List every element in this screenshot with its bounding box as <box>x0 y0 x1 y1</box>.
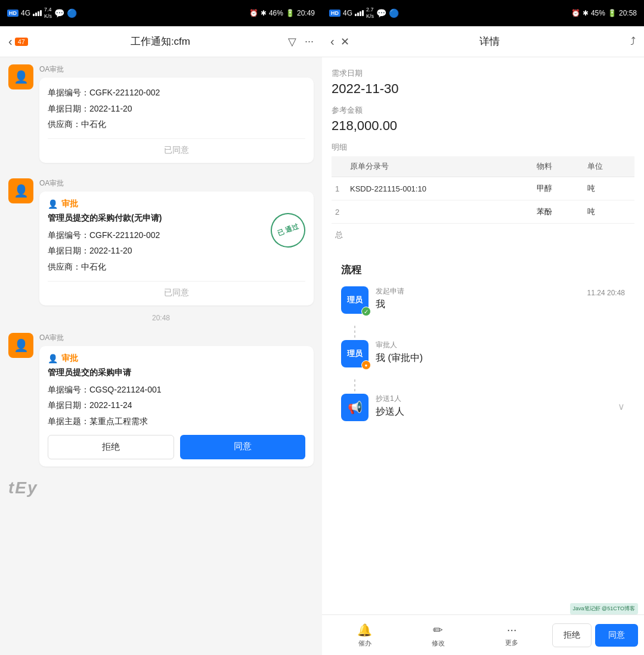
process-title: 流程 <box>341 263 625 277</box>
right-hd-badge: HD <box>329 10 340 17</box>
right-signal-bars <box>355 10 364 16</box>
step-avatar-wrap-1: 理员 ✓ <box>341 286 369 314</box>
remind-action[interactable]: 🔔 催办 <box>328 623 401 648</box>
step-time-1: 11.24 20:48 <box>587 286 625 297</box>
step-action-3: 抄送1人 <box>376 394 611 404</box>
th-material: 物料 <box>533 156 584 177</box>
detail-close-button[interactable]: ✕ <box>340 35 349 48</box>
reject-button-3[interactable]: 拒绝 <box>48 435 174 459</box>
detail-share-button[interactable]: ⤴ <box>630 35 636 48</box>
card-headline-3: 管理员提交的采购申请 <box>48 367 305 378</box>
approved-text-2: 已同意 <box>164 288 189 297</box>
step-name-3: 抄送人 <box>376 406 611 418</box>
detail-content: 需求日期 2022-11-30 参考金额 218,000.00 明细 原单分录号… <box>322 57 644 614</box>
message-group-3: 👤 OA审批 👤 审批 管理员提交的采购申请 单据编号：CGSQ-221124-… <box>0 326 322 467</box>
card-headline-2: 管理员提交的采购付款(无申请) <box>48 213 305 224</box>
detail-table: 原单分录号 物料 单位 1 KSDD-221115-001:10 甲醇 吨 2 … <box>332 156 634 246</box>
chat-content: 👤 OA审批 单据编号：CGFK-221120-002 单据日期：2022-11… <box>0 57 322 655</box>
field-3-1: 单据编号：CGSQ-221124-001 <box>48 382 305 398</box>
right-alarm-icon: ⏰ <box>571 9 580 17</box>
demand-date-label: 需求日期 <box>332 68 634 79</box>
card-1: 单据编号：CGFK-221120-002 单据日期：2022-11-20 供应商… <box>39 78 314 163</box>
row-entry-2 <box>346 200 533 224</box>
row-entry-1: KSDD-221115-001:10 <box>346 177 533 200</box>
approved-text-1: 已同意 <box>164 145 189 155</box>
notification-badge: 47 <box>15 38 28 46</box>
right-status-right: ⏰ ✱ 45% 🔋 20:58 <box>571 9 637 17</box>
row-num-1: 1 <box>332 177 346 200</box>
field-3-3: 单据主题：某重点工程需求 <box>48 413 305 430</box>
bottom-reject-button[interactable]: 拒绝 <box>552 623 592 647</box>
process-step-1: 理员 ✓ 发起申请 我 11.24 20:48 <box>341 286 625 314</box>
step-avatar-3: 📢 <box>341 394 369 421</box>
table-header-row: 原单分录号 物料 单位 <box>332 156 634 177</box>
filter-icon[interactable]: ▽ <box>288 35 296 48</box>
card-icon-2: 👤 <box>48 199 58 209</box>
status-right: ⏰ ✱ 46% 🔋 20:49 <box>249 9 315 17</box>
field-1-3: 供应商：中石化 <box>48 116 305 132</box>
right-speed-text: 2.7 K/s <box>366 7 374 20</box>
signal-bars <box>33 10 42 16</box>
msg-content-3: OA审批 👤 审批 管理员提交的采购申请 单据编号：CGSQ-221124-00… <box>39 333 314 467</box>
bottom-approve-button[interactable]: 同意 <box>595 624 638 647</box>
step-action-2: 审批人 <box>376 340 625 350</box>
edit-action[interactable]: ✏ 修改 <box>401 623 475 648</box>
row-total-unit <box>584 224 634 247</box>
step-info-2: 审批人 我 (审批中) <box>376 340 625 364</box>
detail-nav: ‹ ✕ 详情 ⤴ <box>322 26 644 57</box>
alarm-icon: ⏰ <box>249 9 258 17</box>
sender-label-2: OA审批 <box>39 178 314 189</box>
status-left: HD 4G 7.4 K/s 💬 🔵 <box>7 7 77 20</box>
more-icon[interactable]: ··· <box>305 35 314 48</box>
divider-2 <box>48 281 305 282</box>
connector-2 <box>354 379 355 391</box>
row-total-label: 总 <box>332 224 346 247</box>
battery-icon: 🔋 <box>286 9 295 17</box>
card-title-3: 审批 <box>61 353 78 364</box>
row-material-1: 甲醇 <box>533 177 584 200</box>
connector-1 <box>354 326 355 338</box>
left-nav-bar: ‹ 47 工作通知:cfm ▽ ··· <box>0 26 322 57</box>
card-icon-3: 👤 <box>48 354 58 363</box>
th-unit: 单位 <box>584 156 634 177</box>
row-total-entry <box>346 224 533 247</box>
th-entry: 原单分录号 <box>346 156 533 177</box>
collapse-button-3[interactable]: ∨ <box>618 401 625 412</box>
message-group-1: 👤 OA审批 单据编号：CGFK-221120-002 单据日期：2022-11… <box>0 57 322 163</box>
msg-content-2: OA审批 👤 审批 管理员提交的采购付款(无申请) 单据编号：CGFK-2211… <box>39 178 314 305</box>
sender-label-3: OA审批 <box>39 333 314 343</box>
divider-1 <box>48 138 305 139</box>
4g-icon: 4G <box>21 9 30 17</box>
card-actions-3: 拒绝 同意 <box>48 435 305 459</box>
approval-stamp-2: 已 通过 <box>271 213 305 248</box>
page-title: 工作通知:cfm <box>33 35 288 48</box>
right-bt-icon: ✱ <box>583 9 589 17</box>
left-status-bar: HD 4G 7.4 K/s 💬 🔵 ⏰ ✱ 46% 🔋 20:49 <box>0 0 322 26</box>
avatar-icon-1: 👤 <box>14 70 29 84</box>
table-label: 明细 <box>332 142 634 153</box>
approve-button-3[interactable]: 同意 <box>180 435 305 459</box>
field-1-2: 单据日期：2022-11-20 <box>48 101 305 117</box>
row-unit-1: 吨 <box>584 177 634 200</box>
edit-label: 修改 <box>432 639 445 648</box>
avatar-icon-3: 👤 <box>14 338 29 353</box>
more-label: 更多 <box>505 638 518 647</box>
row-unit-2: 吨 <box>584 200 634 224</box>
back-button[interactable]: ‹ <box>8 35 13 48</box>
row-num-2: 2 <box>332 200 346 224</box>
wechat-icon: 💬 <box>54 8 64 18</box>
remind-label: 催办 <box>358 639 371 648</box>
speed-text: 7.4 K/s <box>44 7 52 20</box>
avatar-1: 👤 <box>8 64 33 89</box>
demand-date-value: 2022-11-30 <box>332 81 634 97</box>
detail-back-button[interactable]: ‹ <box>330 35 335 48</box>
step-badge-2: ● <box>361 360 371 370</box>
more-action[interactable]: ··· 更多 <box>475 623 549 647</box>
remind-icon: 🔔 <box>357 623 372 637</box>
process-step-2: 理员 ● 审批人 我 (审批中) <box>341 340 625 367</box>
qq-icon: 🔵 <box>67 8 77 18</box>
field-2-2: 单据日期：2022-11-20 <box>48 243 305 259</box>
card-2: 👤 审批 管理员提交的采购付款(无申请) 单据编号：CGFK-221120-00… <box>39 191 314 305</box>
right-time: 20:58 <box>619 9 637 17</box>
right-wechat-icon: 💬 <box>376 8 386 18</box>
